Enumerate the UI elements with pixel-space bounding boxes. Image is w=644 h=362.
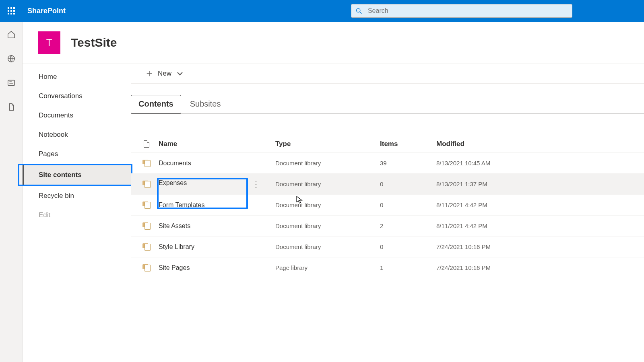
row-name[interactable]: Expenses [159, 179, 187, 186]
row-type: Page library [275, 264, 380, 271]
search-box[interactable] [351, 4, 572, 18]
library-icon [142, 222, 151, 230]
library-icon [142, 264, 151, 272]
row-name[interactable]: Site Assets [159, 222, 190, 229]
site-title[interactable]: TestSite [71, 36, 117, 49]
svg-rect-3 [8, 80, 14, 86]
svg-line-1 [360, 12, 361, 14]
row-type: Document library [275, 222, 380, 229]
new-button[interactable]: New [146, 67, 184, 80]
plus-icon [146, 70, 153, 77]
site-header: T TestSite [23, 22, 644, 64]
col-type[interactable]: Type [275, 140, 380, 148]
nav-item-recycle-bin[interactable]: Recycle bin [23, 186, 131, 206]
col-items[interactable]: Items [380, 140, 436, 148]
library-icon [142, 181, 151, 188]
svg-point-0 [357, 8, 360, 12]
row-modified: 7/24/2021 10:16 PM [436, 264, 557, 271]
row-items: 39 [380, 160, 436, 167]
table-row[interactable]: Site AssetsDocument library28/11/2021 4:… [131, 215, 644, 236]
more-actions-icon[interactable]: ⋮ [249, 179, 264, 189]
row-name[interactable]: Style Library [159, 243, 194, 250]
table-row[interactable]: Site PagesPage library17/24/2021 10:16 P… [131, 257, 644, 278]
library-icon [142, 243, 151, 251]
row-name[interactable]: Site Pages [159, 264, 190, 271]
toolbar: New [131, 64, 644, 83]
search-input[interactable] [368, 7, 568, 14]
app-rail [0, 22, 23, 362]
table-header: Name Type Items Modified [131, 136, 644, 152]
row-modified: 8/11/2021 4:42 PM [436, 222, 557, 229]
row-modified: 8/13/2021 10:45 AM [436, 160, 557, 167]
new-label: New [158, 70, 171, 78]
suite-bar: SharePoint [0, 0, 644, 22]
nav-item-pages[interactable]: Pages [23, 144, 131, 164]
row-name[interactable]: Form Templates [159, 202, 204, 208]
news-icon[interactable] [6, 77, 17, 88]
tab-contents[interactable]: Contents [131, 95, 181, 114]
tab-subsites[interactable]: Subsites [183, 95, 228, 113]
home-icon[interactable] [6, 29, 17, 40]
search-icon [355, 7, 362, 14]
file-icon[interactable] [6, 101, 17, 113]
col-name[interactable]: Name [159, 140, 275, 148]
row-items: 1 [380, 264, 436, 271]
row-items: 0 [380, 181, 436, 187]
brand-label[interactable]: SharePoint [27, 7, 66, 15]
table-row[interactable]: Expenses⋮Document library08/13/2021 1:37… [131, 173, 644, 194]
nav-item-conversations[interactable]: Conversations [23, 86, 131, 106]
table-row[interactable]: DocumentsDocument library398/13/2021 10:… [131, 152, 644, 173]
row-modified: 8/11/2021 4:42 PM [436, 202, 557, 208]
nav-highlight: Site contents [18, 164, 132, 186]
row-type: Document library [275, 243, 380, 250]
nav-item-notebook[interactable]: Notebook [23, 125, 131, 144]
site-logo[interactable]: T [38, 31, 60, 54]
col-modified[interactable]: Modified [436, 140, 557, 148]
main-panel: New ContentsSubsites Name Type I [131, 64, 644, 362]
row-type: Document library [275, 160, 380, 167]
nav-item-site-contents[interactable]: Site contents [23, 165, 131, 185]
table-row[interactable]: Style LibraryDocument library07/24/2021 … [131, 236, 644, 257]
row-type: Document library [275, 181, 380, 187]
row-modified: 7/24/2021 10:16 PM [436, 243, 557, 250]
row-modified: 8/13/2021 1:37 PM [436, 181, 557, 187]
chevron-down-icon [176, 70, 184, 77]
library-icon [142, 160, 151, 167]
app-launcher-icon[interactable] [3, 3, 19, 19]
nav-item-home[interactable]: Home [23, 67, 131, 86]
row-items: 2 [380, 222, 436, 229]
doc-type-icon [144, 140, 149, 148]
table-row[interactable]: Form TemplatesDocument library08/11/2021… [131, 194, 644, 215]
contents-table: Name Type Items Modified DocumentsDocume… [131, 136, 644, 278]
row-items: 0 [380, 243, 436, 250]
nav-item-documents[interactable]: Documents [23, 106, 131, 125]
row-type: Document library [275, 202, 380, 208]
row-name[interactable]: Documents [159, 160, 191, 167]
library-icon [142, 202, 151, 209]
row-items: 0 [380, 202, 436, 208]
nav-edit[interactable]: Edit [23, 206, 131, 225]
globe-icon[interactable] [6, 53, 17, 64]
left-nav: HomeConversationsDocumentsNotebookPagesS… [23, 64, 131, 362]
tabs: ContentsSubsites [131, 84, 644, 114]
